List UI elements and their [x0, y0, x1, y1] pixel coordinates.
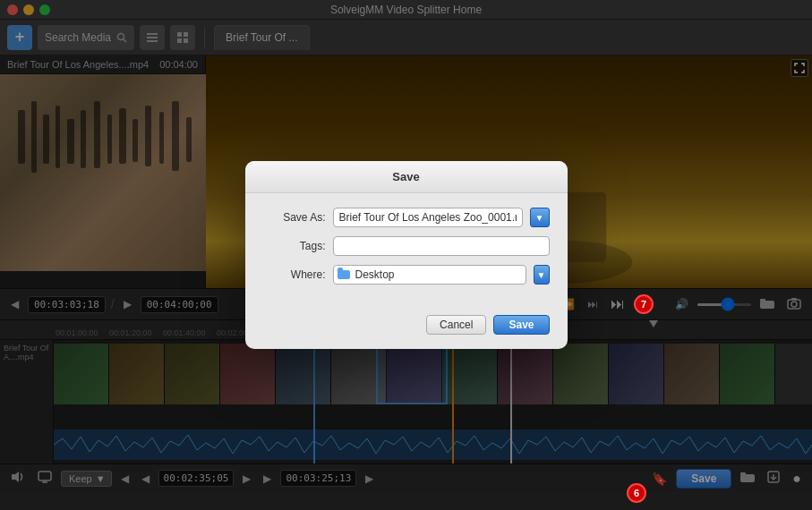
modal-title: Save	[245, 161, 568, 193]
tags-row: Tags:	[263, 236, 550, 256]
save-as-label: Save As:	[263, 211, 326, 224]
tags-label: Tags:	[263, 240, 326, 252]
annotation-7: 7	[634, 294, 654, 314]
cancel-button[interactable]: Cancel	[426, 315, 486, 335]
where-label: Where:	[263, 268, 326, 281]
modal-save-button[interactable]: Save	[493, 315, 549, 335]
save-as-dropdown-button[interactable]: ▼	[530, 208, 550, 227]
where-value: Desktop	[355, 268, 395, 281]
modal-body: Save As: ▼ Tags: Where: Desktop ▼	[245, 193, 568, 308]
where-dropdown-button[interactable]: ▼	[534, 265, 550, 285]
save-dialog: Save Save As: ▼ Tags: Where: Desktop ▼ C	[245, 161, 568, 349]
modal-overlay: Save Save As: ▼ Tags: Where: Desktop ▼ C	[0, 0, 812, 510]
folder-icon	[338, 270, 350, 279]
save-as-input[interactable]	[333, 208, 523, 227]
where-select[interactable]: Desktop	[333, 265, 526, 285]
save-as-row: Save As: ▼	[263, 208, 550, 227]
tags-input[interactable]	[333, 236, 550, 256]
where-row: Where: Desktop ▼	[263, 265, 550, 285]
modal-buttons: Cancel Save	[245, 308, 568, 349]
annotation-6: 6	[627, 483, 646, 503]
